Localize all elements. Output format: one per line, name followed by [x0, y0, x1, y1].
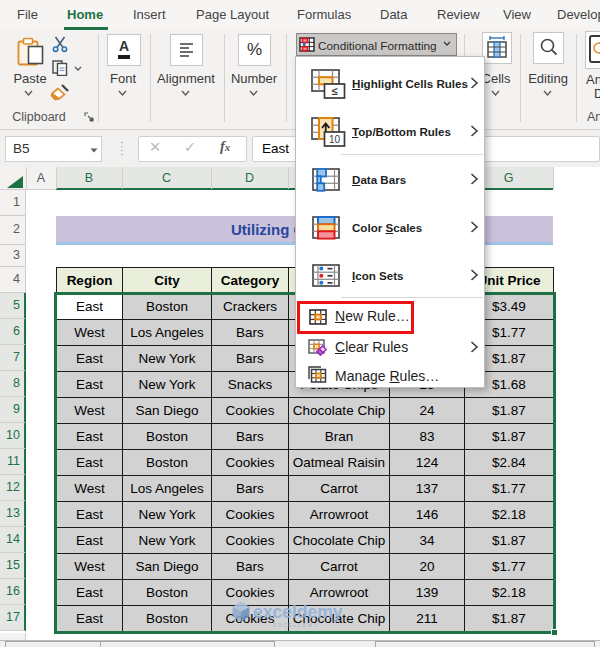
svg-text:10: 10: [329, 134, 341, 145]
svg-text:≤: ≤: [331, 85, 337, 97]
